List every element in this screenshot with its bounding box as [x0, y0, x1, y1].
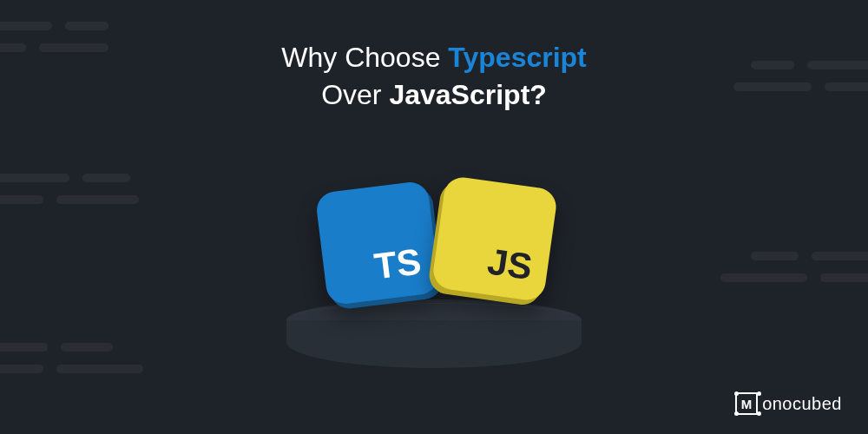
javascript-tile-label: JS: [485, 240, 536, 288]
headline-highlight: Typescript: [448, 42, 586, 73]
brand-text: onocubed: [762, 394, 842, 414]
typescript-tile-label: TS: [372, 240, 424, 287]
headline-part1: Why Choose: [281, 42, 448, 73]
typescript-tile: TS: [315, 181, 441, 306]
brand-mark-icon: M: [735, 392, 758, 415]
headline: Why Choose Typescript Over JavaScript?: [0, 0, 868, 114]
brand-logo: M onocubed: [735, 392, 842, 415]
javascript-tile: JS: [431, 175, 559, 303]
podium: [286, 299, 582, 341]
brand-mark-letter: M: [741, 397, 753, 411]
headline-bold: JavaScript?: [389, 79, 546, 110]
headline-part2: Over: [321, 79, 389, 110]
